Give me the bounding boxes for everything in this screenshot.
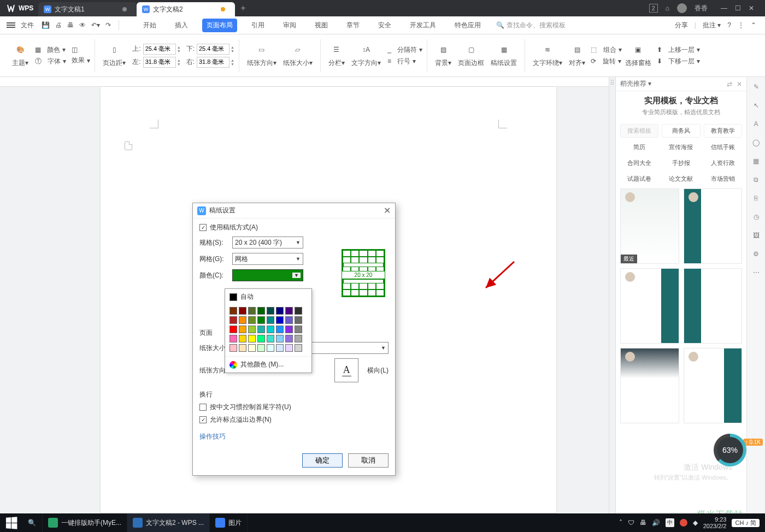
- more-colors-option[interactable]: 其他颜色 (M)...: [225, 356, 311, 373]
- document-tab-1[interactable]: W 文字文稿1: [38, 2, 137, 16]
- document-tab-2[interactable]: W 文字文稿2: [137, 2, 235, 16]
- search-taskbar-icon[interactable]: 🔍: [22, 513, 43, 532]
- page-border-button[interactable]: ▢页面边框: [455, 43, 487, 68]
- tips-link[interactable]: 操作技巧: [199, 433, 226, 440]
- template-thumb[interactable]: [684, 188, 743, 264]
- text-direction-button[interactable]: ↕A文字方向▾: [348, 43, 384, 68]
- color-swatch[interactable]: [229, 326, 237, 333]
- cancel-button[interactable]: 取消: [348, 453, 389, 468]
- theme-button[interactable]: 🎨 主题▾: [9, 43, 32, 68]
- style-icon[interactable]: A: [751, 119, 762, 129]
- shape-icon[interactable]: ◯: [751, 137, 762, 148]
- spinner-icon[interactable]: ▲▼: [177, 45, 181, 53]
- tray-wps-icon[interactable]: ◆: [693, 519, 698, 527]
- tab-review[interactable]: 审阅: [279, 19, 301, 32]
- maximize-icon[interactable]: ☐: [735, 4, 741, 12]
- tab-chapter[interactable]: 章节: [342, 19, 364, 32]
- color-swatch[interactable]: [267, 307, 274, 315]
- dialog-titlebar[interactable]: W 稿纸设置 ✕: [193, 203, 395, 218]
- cat-item[interactable]: 试题试卷: [620, 173, 658, 185]
- auto-color-option[interactable]: 自动: [225, 289, 311, 305]
- save-as-icon[interactable]: 🖨: [55, 21, 62, 29]
- save-icon[interactable]: 💾: [42, 21, 50, 29]
- home-icon[interactable]: ⌂: [666, 4, 669, 12]
- settings-icon[interactable]: ⚙: [751, 249, 762, 259]
- cat-item[interactable]: 简历: [620, 141, 658, 153]
- tray-volume-icon[interactable]: 🔊: [652, 519, 660, 527]
- color-swatch[interactable]: [267, 335, 274, 342]
- color-swatch[interactable]: [229, 344, 237, 352]
- punct-overflow-checkbox[interactable]: ✓允许标点溢出边界(N): [199, 415, 389, 424]
- cat-item[interactable]: 合同大全: [620, 157, 658, 169]
- panel-settings-icon[interactable]: ⇄: [727, 80, 732, 88]
- theme-font-button[interactable]: Ⓣ 字体▾: [35, 57, 66, 66]
- minimize-icon[interactable]: —: [721, 4, 727, 12]
- color-swatch[interactable]: [239, 335, 246, 342]
- close-icon[interactable]: ✕: [749, 4, 754, 12]
- top-margin-input[interactable]: [143, 44, 176, 55]
- color-swatch[interactable]: [267, 326, 274, 333]
- more-tools-icon[interactable]: ⋯: [751, 267, 762, 278]
- cat-item[interactable]: 论文文献: [662, 173, 700, 185]
- color-swatch[interactable]: [295, 307, 302, 315]
- text-wrap-button[interactable]: ≋文字环绕▾: [529, 43, 566, 68]
- color-swatch[interactable]: [257, 316, 265, 324]
- color-swatch[interactable]: [276, 344, 284, 352]
- cat-item[interactable]: 市场营销: [704, 173, 742, 185]
- spinner-icon[interactable]: ▲▼: [231, 45, 234, 53]
- link-icon[interactable]: ⎘: [751, 193, 762, 204]
- tab-view[interactable]: 视图: [310, 19, 332, 32]
- bottom-margin-input[interactable]: [197, 44, 229, 55]
- color-swatch[interactable]: [229, 335, 237, 342]
- start-button[interactable]: [0, 517, 22, 529]
- clock-icon[interactable]: ◷: [751, 211, 762, 222]
- right-margin-input[interactable]: [197, 57, 229, 68]
- tray-printer-icon[interactable]: 🖶: [640, 519, 646, 527]
- taskbar-item[interactable]: 一键排版助手(MyE...: [43, 513, 127, 532]
- align-button[interactable]: ▤对齐▾: [566, 43, 589, 68]
- panel-grip[interactable]: ⠿: [609, 77, 615, 532]
- color-swatch[interactable]: [295, 335, 302, 342]
- template-thumb[interactable]: [620, 268, 679, 344]
- color-swatch[interactable]: [248, 307, 256, 315]
- color-swatch[interactable]: [248, 335, 256, 342]
- cat-item[interactable]: 手抄报: [662, 157, 700, 169]
- annotate-button[interactable]: 批注 ▾: [703, 21, 721, 30]
- undo-icon[interactable]: ↶▾: [91, 21, 100, 29]
- tray-shield-icon[interactable]: 🛡: [628, 519, 634, 527]
- panel-close-icon[interactable]: ✕: [737, 80, 742, 88]
- line-number-button[interactable]: ≡ 行号▾: [387, 57, 422, 66]
- tab-references[interactable]: 引用: [247, 19, 269, 32]
- color-swatch[interactable]: [267, 344, 274, 352]
- template-search[interactable]: 搜索模板: [620, 124, 658, 138]
- cursor-icon[interactable]: ↖: [751, 100, 762, 111]
- image-icon[interactable]: 🖼: [751, 230, 762, 241]
- color-swatch[interactable]: [239, 344, 246, 352]
- template-thumb[interactable]: 最近: [620, 188, 679, 264]
- cat-item[interactable]: 信纸手账: [704, 141, 742, 153]
- spinner-icon[interactable]: ▲▼: [231, 58, 234, 66]
- taskbar-item[interactable]: 图片: [210, 513, 248, 532]
- cat-item[interactable]: 人资行政: [704, 157, 742, 169]
- color-swatch[interactable]: [248, 316, 256, 324]
- pencil-icon[interactable]: ✎: [751, 81, 762, 92]
- spec-combo[interactable]: 20 x 20 (400 字)▼: [232, 237, 303, 249]
- color-swatch[interactable]: [257, 344, 265, 352]
- color-swatch[interactable]: [239, 316, 246, 324]
- more-icon[interactable]: ⋮: [738, 21, 744, 29]
- color-swatch[interactable]: [257, 335, 265, 342]
- template-thumb[interactable]: [684, 268, 743, 344]
- tray-record-icon[interactable]: [680, 519, 687, 527]
- print-icon[interactable]: 🖶: [67, 21, 74, 29]
- tray-chevron-icon[interactable]: ˄: [619, 519, 622, 527]
- spinner-icon[interactable]: ▲▼: [177, 58, 181, 66]
- break-button[interactable]: ⎯ 分隔符▾: [387, 45, 422, 55]
- columns-button[interactable]: ☰分栏▾: [325, 43, 348, 68]
- color-swatch[interactable]: [229, 316, 237, 324]
- color-swatch[interactable]: [267, 316, 274, 324]
- chart-icon[interactable]: ⧉: [751, 174, 762, 185]
- color-combo[interactable]: ▼: [232, 269, 303, 281]
- color-swatch[interactable]: [285, 307, 293, 315]
- tab-special[interactable]: 特色应用: [450, 19, 485, 32]
- color-swatch[interactable]: [248, 326, 256, 333]
